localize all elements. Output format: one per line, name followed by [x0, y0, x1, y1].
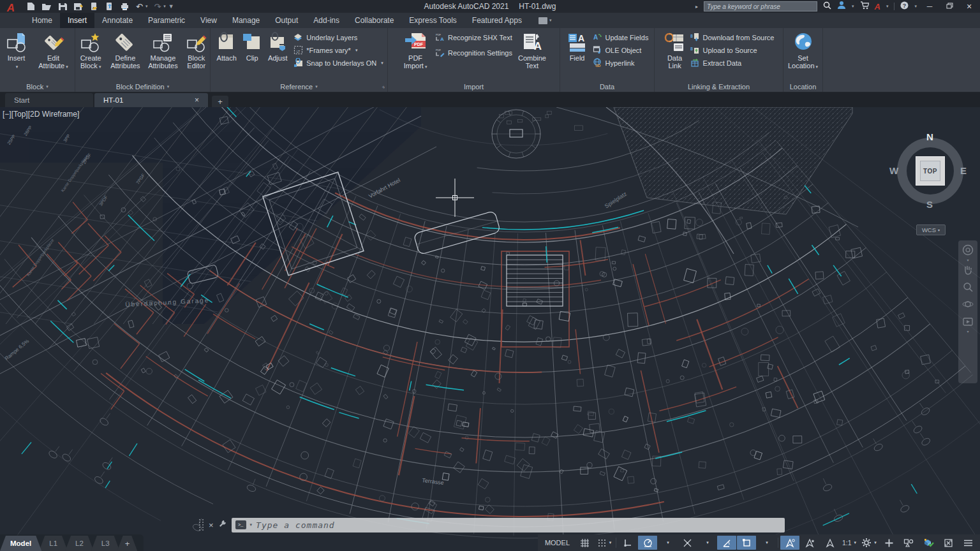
viewcube-east[interactable]: E — [960, 165, 967, 176]
annotation-monitor-button[interactable] — [879, 536, 898, 550]
tab-view[interactable]: View — [193, 13, 225, 28]
extract-data-button[interactable]: Extract Data — [690, 57, 775, 68]
zoom-icon[interactable] — [962, 281, 974, 293]
object-snap-toggle[interactable] — [737, 536, 756, 550]
command-line-grip[interactable] — [199, 519, 204, 531]
undo-dropdown[interactable]: ▾ — [145, 4, 148, 9]
graphics-performance-button[interactable] — [919, 536, 938, 550]
new-drawing-tab-button[interactable]: + — [212, 96, 228, 107]
block-editor-button[interactable]: Block Editor — [182, 31, 210, 70]
customize-qat-dropdown[interactable]: ▼ — [168, 3, 174, 10]
close-button[interactable]: × — [962, 1, 976, 11]
customize-status-bar-button[interactable] — [958, 536, 977, 550]
underlay-layers-button[interactable]: Underlay Layers — [293, 32, 383, 43]
tab-featured-apps[interactable]: Featured Apps — [464, 13, 530, 28]
redo-button[interactable]: ↷ — [154, 2, 161, 11]
close-file-tab-icon[interactable]: × — [195, 96, 199, 105]
isolate-objects-button[interactable] — [899, 536, 918, 550]
save-button[interactable] — [58, 3, 67, 11]
tab-add-ins[interactable]: Add-ins — [306, 13, 347, 28]
data-link-button[interactable]: Data Link — [662, 31, 688, 70]
model-tab[interactable]: Model — [0, 536, 41, 551]
drawing-canvas[interactable]: [−][Top][2D Wireframe] Überdachung Garag… — [0, 107, 980, 551]
save-to-web-button[interactable] — [105, 2, 114, 11]
command-input[interactable]: >_ ▾ Type a command — [232, 518, 785, 533]
frames-vary-dropdown[interactable]: LT *Frames vary*▾ — [293, 45, 383, 55]
reference-dialog-launcher[interactable]: » — [380, 84, 387, 91]
tab-manage[interactable]: Manage — [225, 13, 267, 28]
create-block-button[interactable]: Create Block▾ — [75, 31, 106, 71]
open-file-button[interactable] — [41, 3, 52, 11]
wcs-dropdown[interactable]: WCS▾ — [916, 224, 946, 235]
command-line[interactable]: × >_ ▾ Type a command — [199, 517, 785, 533]
recent-commands-dropdown[interactable]: ▾ — [250, 522, 253, 527]
layout-tab-l1[interactable]: L1 — [39, 536, 68, 551]
tab-collaborate[interactable]: Collaborate — [347, 13, 401, 28]
viewcube-south[interactable]: S — [926, 199, 933, 210]
show-motion-icon[interactable] — [962, 316, 974, 327]
panel-label-block[interactable]: Block▾ — [0, 81, 75, 92]
tab-annotate[interactable]: Annotate — [94, 13, 140, 28]
polar-tracking-dropdown[interactable]: ▾ — [658, 536, 677, 550]
recognition-settings-button[interactable]: PDF Recognition Settings — [435, 47, 512, 58]
update-fields-button[interactable]: A Update Fields — [593, 32, 649, 43]
ole-object-button[interactable]: OLE Object — [593, 45, 649, 55]
panel-label-reference[interactable]: Reference▾» — [211, 81, 387, 92]
download-from-source-button[interactable]: 8 Download from Source — [690, 32, 775, 43]
orbit-icon[interactable] — [962, 298, 974, 310]
layout-tab-l2[interactable]: L2 — [65, 536, 94, 551]
adjust-button[interactable]: Adjust — [264, 31, 291, 62]
app-store-cart-icon[interactable] — [860, 1, 869, 12]
sign-in-icon[interactable] — [837, 1, 846, 12]
panel-label-location[interactable]: Location — [783, 81, 822, 92]
tab-output[interactable]: Output — [267, 13, 306, 28]
autodesk-account-icon[interactable]: A — [875, 2, 880, 11]
help-dropdown[interactable]: ▾ — [914, 4, 917, 9]
file-tab-start[interactable]: Start — [5, 93, 93, 107]
annotation-visibility-toggle[interactable] — [780, 536, 799, 550]
isometric-drafting-dropdown[interactable]: ▾ — [697, 536, 716, 550]
undo-button[interactable]: ↶ — [136, 2, 143, 11]
pdf-import-button[interactable]: PDF PDF Import▾ — [398, 31, 433, 71]
open-from-web-button[interactable] — [89, 2, 98, 11]
grid-toggle[interactable] — [575, 536, 594, 550]
clean-screen-button[interactable] — [939, 536, 958, 550]
new-layout-button[interactable]: + — [117, 536, 138, 551]
workspace-switching-button[interactable]: ▾ — [859, 536, 879, 550]
panel-label-import[interactable]: Import — [388, 81, 560, 92]
tab-insert[interactable]: Insert — [60, 13, 94, 28]
manage-attributes-button[interactable]: Manage Attributes — [144, 31, 181, 70]
navbar-customize-dropdown[interactable]: ▾ — [967, 329, 969, 334]
viewcube-top-face[interactable]: TOP — [916, 156, 945, 186]
model-space-toggle[interactable]: MODEL — [540, 539, 574, 547]
annotation-scale-dropdown[interactable]: 1:1▾ — [840, 536, 859, 550]
navigation-wheel-icon[interactable] — [962, 244, 974, 256]
panel-label-data[interactable]: Data — [560, 81, 654, 92]
insert-block-button[interactable]: Insert▾ — [1, 31, 32, 71]
upload-to-source-button[interactable]: 8 Upload to Source — [690, 45, 775, 55]
edit-attribute-button[interactable]: Edit Attribute▾ — [33, 31, 74, 71]
snap-to-underlays-dropdown[interactable]: Snap to Underlays ON▾ — [293, 57, 383, 68]
navigation-bar[interactable]: ▾ ▾ — [958, 240, 977, 383]
new-file-button[interactable] — [27, 2, 35, 11]
plot-button[interactable] — [120, 3, 130, 11]
hyperlink-button[interactable]: Hyperlink — [593, 57, 649, 68]
panel-label-block-definition[interactable]: Block Definition▾ — [75, 81, 210, 92]
viewcube[interactable]: N S W E TOP — [892, 133, 969, 209]
search-collapse-arrow[interactable]: ▸ — [695, 4, 698, 10]
pan-icon[interactable] — [962, 264, 974, 276]
attach-button[interactable]: Attach — [213, 31, 240, 62]
navigation-wheel-dropdown[interactable]: ▾ — [967, 258, 969, 262]
combine-text-button[interactable]: A Combine Text — [515, 31, 549, 70]
viewport-controls[interactable]: [−][Top][2D Wireframe] — [3, 110, 79, 119]
command-line-wrench-icon[interactable] — [218, 519, 227, 531]
autoscale-toggle[interactable] — [800, 536, 819, 550]
panel-label-linking[interactable]: Linking & Extraction — [655, 81, 783, 92]
clip-button[interactable]: Clip — [241, 31, 263, 62]
ribbon-display-toggle[interactable]: ▾ — [538, 13, 552, 28]
snap-mode-toggle[interactable]: ▾ — [595, 536, 614, 550]
minimize-button[interactable]: ─ — [923, 2, 937, 11]
define-attributes-button[interactable]: Define Attributes — [107, 31, 143, 70]
search-input[interactable] — [704, 1, 817, 11]
restore-button[interactable] — [942, 2, 956, 11]
